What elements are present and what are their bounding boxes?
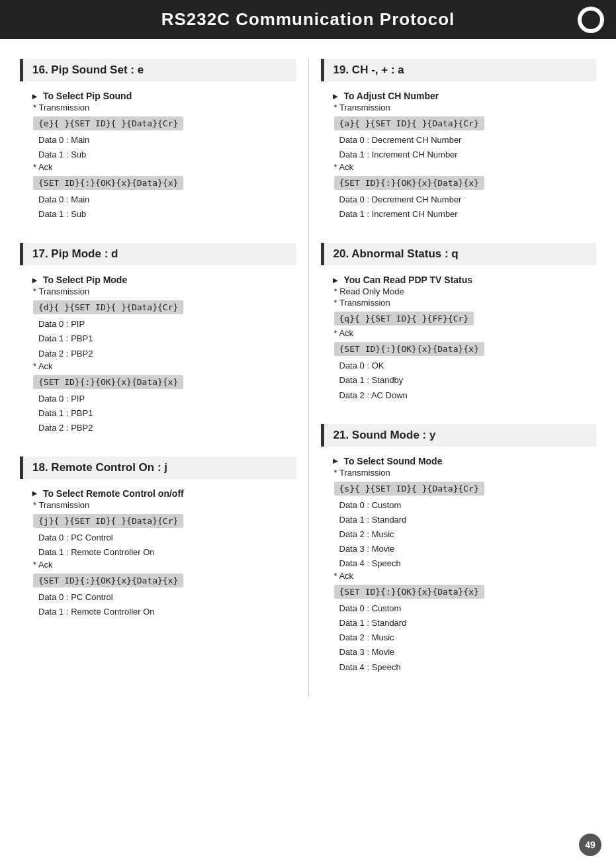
tx-data-17-2: Data 2 : PBP2	[38, 347, 296, 361]
page-number: 49	[579, 834, 601, 856]
subsection-16-pip-sound: ► To Select Pip Sound * Transmission {e}…	[30, 91, 296, 222]
header: RS232C Communication Protocol	[0, 0, 616, 39]
section-16-title: 16. Pip Sound Set : e	[20, 59, 296, 81]
arrow-icon-21: ►	[331, 456, 340, 466]
ack-data-18-0: Data 0 : PC Control	[38, 590, 296, 605]
tx-data-18-1: Data 1 : Remote Controller On	[38, 545, 296, 560]
tx-data-21-1: Data 1 : Standard	[339, 513, 597, 527]
ack-data-17-2: Data 2 : PBP2	[38, 421, 296, 435]
ack-data-19-0: Data 0 : Decrement CH Number	[339, 193, 597, 207]
ack-label-16: * Ack	[33, 162, 296, 172]
transmission-label-16: * Transmission	[33, 103, 296, 112]
transmission-code-19: {a}{ }{SET ID}{ }{Data}{Cr}	[331, 114, 597, 133]
header-title: RS232C Communication Protocol	[161, 9, 455, 29]
section-20: 20. Abnormal Status : q ► You Can Read P…	[321, 243, 597, 402]
tx-data-17-0: Data 0 : PIP	[38, 317, 296, 331]
section-21: 21. Sound Mode : y ► To Select Sound Mod…	[321, 424, 597, 675]
ack-code-21: {SET ID}{:}{OK}{x}{Data}{x}	[331, 582, 597, 601]
ack-data-20-1: Data 1 : Standby	[339, 373, 597, 388]
section-18-title: 18. Remote Control On : j	[20, 456, 296, 479]
transmission-label-19: * Transmission	[334, 103, 597, 112]
ack-data-17-0: Data 0 : PIP	[38, 392, 296, 406]
subsection-20-abnormal: ► You Can Read PDP TV Status * Read Only…	[331, 275, 597, 402]
transmission-code-17: {d}{ }{SET ID}{ }{Data}{Cr}	[30, 298, 296, 317]
arrow-icon-19: ►	[331, 91, 340, 101]
section-16: 16. Pip Sound Set : e ► To Select Pip So…	[20, 59, 296, 222]
tx-data-21-2: Data 2 : Music	[339, 527, 597, 542]
ack-code-20: {SET ID}{:}{OK}{x}{Data}{x}	[331, 339, 597, 359]
subsection-20-label: ► You Can Read PDP TV Status	[331, 275, 597, 285]
ack-code-17: {SET ID}{:}{OK}{x}{Data}{x}	[30, 372, 296, 392]
tx-data-21-3: Data 3 : Movie	[339, 542, 597, 556]
ack-code-18: {SET ID}{:}{OK}{x}{Data}{x}	[30, 571, 296, 590]
ack-label-18: * Ack	[33, 560, 296, 570]
section-20-title: 20. Abnormal Status : q	[321, 243, 597, 265]
transmission-code-18: {j}{ }{SET ID}{ }{Data}{Cr}	[30, 511, 296, 531]
subsection-18-label: ► To Select Remote Control on/off	[30, 488, 296, 499]
tx-data-19-1: Data 1 : Increment CH Number	[339, 148, 597, 162]
tx-data-21-0: Data 0 : Custom	[339, 498, 597, 513]
header-circle-inner	[582, 11, 600, 29]
arrow-icon-17: ►	[30, 275, 39, 285]
ack-data-16-0: Data 0 : Main	[38, 193, 296, 207]
ack-data-20-0: Data 0 : OK	[339, 359, 597, 373]
read-only-label-20: * Read Only Mode	[334, 286, 597, 296]
subsection-17-label: ► To Select Pip Mode	[30, 275, 296, 285]
transmission-label-17: * Transmission	[33, 286, 296, 296]
ack-data-21-0: Data 0 : Custom	[339, 601, 597, 616]
subsection-16-label: ► To Select Pip Sound	[30, 91, 296, 101]
ack-data-19-1: Data 1 : Increment CH Number	[339, 207, 597, 222]
ack-data-16-1: Data 1 : Sub	[38, 207, 296, 222]
section-17-title: 17. Pip Mode : d	[20, 243, 296, 265]
tx-data-21-4: Data 4 : Speech	[339, 556, 597, 571]
transmission-label-18: * Transmission	[33, 500, 296, 510]
header-circle-decoration	[578, 7, 604, 33]
tx-data-17-1: Data 1 : PBP1	[38, 331, 296, 346]
page-body: 16. Pip Sound Set : e ► To Select Pip So…	[0, 39, 616, 716]
subsection-19-ch: ► To Adjust CH Number * Transmission {a}…	[331, 91, 597, 222]
section-17: 17. Pip Mode : d ► To Select Pip Mode * …	[20, 243, 296, 435]
ack-label-17: * Ack	[33, 361, 296, 371]
ack-data-17-1: Data 1 : PBP1	[38, 406, 296, 421]
section-19: 19. CH -, + : a ► To Adjust CH Number * …	[321, 59, 597, 222]
ack-data-21-3: Data 3 : Movie	[339, 645, 597, 660]
subsection-21-label: ► To Select Sound Mode	[331, 456, 597, 466]
ack-data-18-1: Data 1 : Remote Controller On	[38, 605, 296, 619]
arrow-icon-18: ►	[30, 488, 39, 498]
section-19-title: 19. CH -, + : a	[321, 59, 597, 81]
arrow-icon-20: ►	[331, 275, 340, 285]
ack-label-21: * Ack	[334, 571, 597, 581]
section-21-title: 21. Sound Mode : y	[321, 424, 597, 447]
subsection-21-sound: ► To Select Sound Mode * Transmission {s…	[331, 456, 597, 675]
ack-label-19: * Ack	[334, 162, 597, 172]
right-column: 19. CH -, + : a ► To Adjust CH Number * …	[308, 59, 597, 696]
transmission-label-21: * Transmission	[334, 468, 597, 478]
ack-code-19: {SET ID}{:}{OK}{x}{Data}{x}	[331, 173, 597, 193]
tx-data-16-1: Data 1 : Sub	[38, 148, 296, 162]
tx-data-16-0: Data 0 : Main	[38, 133, 296, 148]
subsection-17-pip-mode: ► To Select Pip Mode * Transmission {d}{…	[30, 275, 296, 435]
ack-label-20: * Ack	[334, 328, 597, 338]
ack-data-21-2: Data 2 : Music	[339, 630, 597, 645]
section-18: 18. Remote Control On : j ► To Select Re…	[20, 456, 296, 619]
tx-data-18-0: Data 0 : PC Control	[38, 531, 296, 545]
ack-data-21-1: Data 1 : Standard	[339, 616, 597, 630]
transmission-label-20: * Transmission	[334, 298, 597, 308]
transmission-code-20: {q}{ }{SET ID}{ }{FF}{Cr}	[331, 309, 597, 328]
transmission-code-16: {e}{ }{SET ID}{ }{Data}{Cr}	[30, 114, 296, 133]
subsection-19-label: ► To Adjust CH Number	[331, 91, 597, 101]
left-column: 16. Pip Sound Set : e ► To Select Pip So…	[20, 59, 308, 696]
ack-data-21-4: Data 4 : Speech	[339, 660, 597, 675]
arrow-icon-16: ►	[30, 91, 39, 101]
ack-code-16: {SET ID}{:}{OK}{x}{Data}{x}	[30, 173, 296, 193]
transmission-code-21: {s}{ }{SET ID}{ }{Data}{Cr}	[331, 479, 597, 498]
tx-data-19-0: Data 0 : Decrement CH Number	[339, 133, 597, 148]
subsection-18-remote: ► To Select Remote Control on/off * Tran…	[30, 488, 296, 619]
ack-data-20-2: Data 2 : AC Down	[339, 388, 597, 403]
